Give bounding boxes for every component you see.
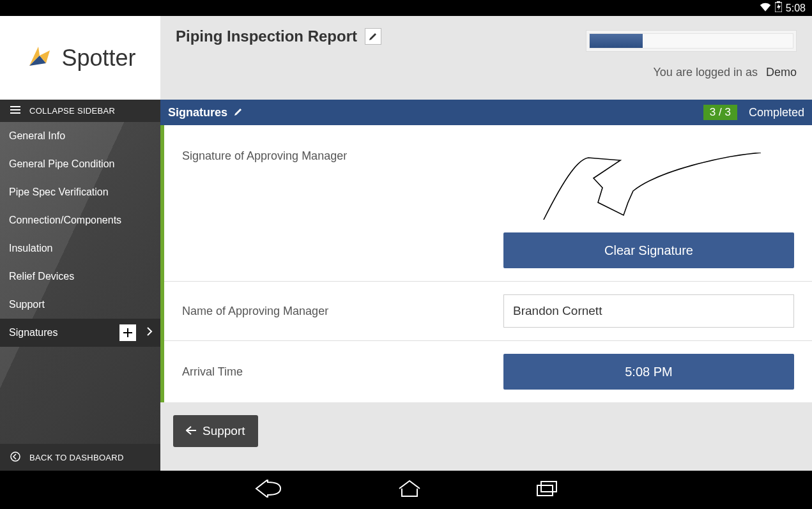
- brand-logo: Spotter: [0, 16, 160, 100]
- signature-label: Signature of Approving Manager: [182, 149, 491, 163]
- arrow-left-icon: [186, 424, 196, 438]
- manager-name-label: Name of Approving Manager: [182, 305, 491, 318]
- android-home-button[interactable]: [398, 480, 421, 500]
- back-support-button[interactable]: Support: [173, 415, 258, 447]
- hamburger-icon: [10, 106, 20, 116]
- nav-label: General Info: [9, 130, 65, 142]
- page-header: Piping Inspection Report You are logged …: [160, 16, 812, 100]
- edit-section-button[interactable]: [234, 106, 243, 119]
- wifi-icon: [760, 3, 771, 14]
- plus-icon: [123, 328, 133, 338]
- signature-row: Signature of Approving Manager Clear Sig…: [164, 125, 812, 282]
- section-header: Signatures 3 / 3 Completed: [160, 100, 812, 125]
- svg-rect-8: [537, 485, 553, 496]
- nav-label: Pipe Spec Verification: [9, 186, 109, 198]
- page-title: Piping Inspection Report: [176, 27, 357, 45]
- pencil-icon: [234, 107, 243, 116]
- nav-item-pipe-spec-verification[interactable]: Pipe Spec Verification: [0, 178, 160, 206]
- arrival-time-label: Arrival Time: [182, 365, 491, 379]
- nav-label: Connection/Components: [9, 215, 121, 226]
- nav-item-signatures[interactable]: Signatures: [0, 319, 160, 347]
- nav-label: Support: [9, 299, 45, 310]
- progress-fill: [590, 34, 643, 48]
- progress-bar: [589, 33, 793, 49]
- android-recent-button[interactable]: [536, 480, 558, 499]
- back-to-dashboard-button[interactable]: BACK TO DASHBOARD: [0, 444, 160, 471]
- back-button-label: Support: [203, 424, 245, 438]
- login-prefix: You are logged in as: [654, 66, 758, 79]
- section-status: Completed: [744, 106, 804, 119]
- signature-drawing: [531, 153, 767, 223]
- clear-signature-button[interactable]: Clear Signature: [503, 232, 794, 268]
- arrival-time-button[interactable]: 5:08 PM: [503, 354, 794, 390]
- nav-label: Signatures: [9, 327, 58, 338]
- nav-item-insulation[interactable]: Insulation: [0, 234, 160, 262]
- section-title: Signatures: [168, 106, 227, 119]
- nav-label: Insulation: [9, 243, 53, 254]
- arrow-left-circle-icon: [10, 452, 20, 464]
- spotter-logo-icon: [24, 42, 55, 75]
- nav-item-support[interactable]: Support: [0, 291, 160, 319]
- chevron-right-icon: [147, 327, 153, 338]
- nav-item-relief-devices[interactable]: Relief Devices: [0, 262, 160, 291]
- signature-canvas[interactable]: [503, 149, 794, 226]
- sidebar: Spotter COLLAPSE SIDEBAR General Info Ge…: [0, 16, 160, 471]
- collapse-label: COLLAPSE SIDEBAR: [29, 106, 115, 116]
- svg-rect-6: [123, 332, 132, 333]
- form-panel: Signature of Approving Manager Clear Sig…: [160, 125, 812, 402]
- brand-name: Spotter: [61, 45, 135, 72]
- svg-point-7: [11, 452, 20, 461]
- manager-name-input[interactable]: [503, 294, 794, 328]
- back-dashboard-label: BACK TO DASHBOARD: [29, 453, 124, 462]
- edit-title-button[interactable]: [365, 28, 381, 45]
- collapse-sidebar-button[interactable]: COLLAPSE SIDEBAR: [0, 100, 160, 122]
- manager-name-row: Name of Approving Manager: [164, 282, 812, 341]
- nav-item-general-pipe-condition[interactable]: General Pipe Condition: [0, 150, 160, 178]
- login-user: Demo: [766, 66, 797, 79]
- pencil-icon: [369, 32, 378, 41]
- svg-rect-3: [10, 109, 20, 110]
- android-back-button[interactable]: [255, 480, 283, 500]
- svg-rect-4: [10, 112, 20, 114]
- nav-item-general-info[interactable]: General Info: [0, 122, 160, 150]
- section-count-badge: 3 / 3: [703, 105, 737, 120]
- progress-container: [586, 30, 797, 52]
- svg-rect-9: [541, 482, 556, 492]
- svg-rect-2: [10, 106, 20, 107]
- nav-list: General Info General Pipe Condition Pipe…: [0, 122, 160, 444]
- svg-rect-1: [777, 1, 780, 3]
- nav-label: General Pipe Condition: [9, 158, 114, 170]
- main-content: Piping Inspection Report You are logged …: [160, 16, 812, 471]
- add-signature-button[interactable]: [119, 324, 136, 341]
- arrival-time-row: Arrival Time 5:08 PM: [164, 341, 812, 402]
- login-status: You are logged in as Demo: [176, 66, 797, 79]
- nav-label: Relief Devices: [9, 271, 74, 282]
- android-status-bar: 5:08: [0, 0, 812, 16]
- android-nav-bar: [0, 471, 812, 509]
- nav-item-connection-components[interactable]: Connection/Components: [0, 206, 160, 234]
- status-time: 5:08: [786, 3, 806, 14]
- battery-charging-icon: [775, 1, 782, 15]
